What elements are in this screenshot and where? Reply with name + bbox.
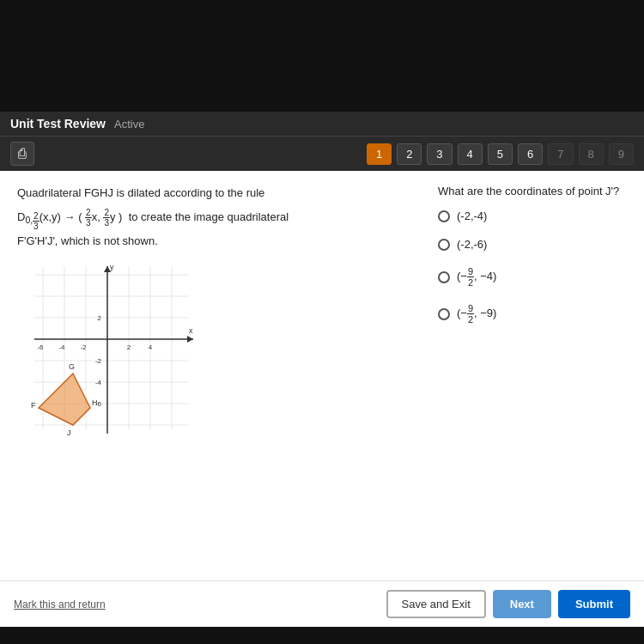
top-black-bar: [0, 0, 644, 112]
svg-text:-6: -6: [37, 343, 44, 351]
page-button-1[interactable]: 1: [367, 143, 392, 165]
content-area: Quadrilateral FGHJ is dilated according …: [0, 171, 644, 580]
svg-text:-2: -2: [80, 343, 87, 351]
status-badge: Active: [114, 118, 144, 131]
footer-bar: Mark this and return Save and Exit Next …: [0, 580, 644, 627]
radio-3[interactable]: [438, 271, 450, 283]
svg-text:F: F: [31, 401, 36, 410]
svg-text:x: x: [189, 326, 193, 335]
page-button-3[interactable]: 3: [427, 143, 452, 165]
answer-option-1[interactable]: (-2,-4): [438, 210, 627, 222]
svg-text:J: J: [67, 428, 71, 437]
svg-text:2: 2: [98, 314, 102, 322]
page-title: Unit Test Review: [10, 117, 106, 131]
answer-label-2: (-2,-6): [457, 238, 487, 251]
next-button[interactable]: Next: [493, 590, 551, 618]
math-rule: D0,23(x,y) → ( 23x, 23y ) to create the …: [17, 208, 412, 231]
question-left: Quadrilateral FGHJ is dilated according …: [17, 185, 412, 567]
answer-label-4: (−92, −9): [457, 303, 496, 325]
svg-text:y: y: [110, 263, 114, 271]
answer-option-3[interactable]: (−92, −4): [438, 266, 627, 288]
toolbar-bar: ⎙ 1 2 3 4 5 6 7 8 9: [0, 136, 644, 171]
save-exit-button[interactable]: Save and Exit: [386, 590, 486, 618]
page-button-9: 9: [609, 143, 634, 165]
svg-text:2: 2: [127, 343, 131, 351]
answer-label-1: (-2,-4): [457, 210, 487, 222]
answer-option-2[interactable]: (-2,-6): [438, 238, 627, 251]
page-button-6[interactable]: 6: [518, 143, 543, 165]
svg-text:G: G: [69, 362, 75, 371]
svg-text:4: 4: [149, 343, 153, 351]
radio-4[interactable]: [438, 308, 450, 320]
question-text-1: Quadrilateral FGHJ is dilated according …: [17, 185, 412, 203]
bottom-black-bar: [0, 627, 644, 644]
answer-option-4[interactable]: (−92, −9): [438, 303, 627, 325]
print-icon: ⎙: [18, 146, 27, 161]
header-bar: Unit Test Review Active: [0, 112, 644, 136]
svg-text:H: H: [92, 398, 98, 407]
answer-label-3: (−92, −4): [457, 266, 496, 288]
page-button-7: 7: [548, 143, 573, 165]
page-button-8: 8: [579, 143, 604, 165]
question-container: Quadrilateral FGHJ is dilated according …: [17, 185, 627, 567]
svg-text:-4: -4: [95, 379, 102, 386]
page-button-5[interactable]: 5: [488, 143, 513, 165]
graph-container: x y -6 -4 -2 2 4 2 -2 -4 -6: [17, 258, 197, 438]
page-button-4[interactable]: 4: [458, 143, 483, 165]
right-question-text: What are the coordinates of point J'?: [438, 185, 627, 197]
page-button-2[interactable]: 2: [397, 143, 422, 165]
svg-text:-2: -2: [95, 357, 102, 365]
footer-buttons: Save and Exit Next Submit: [386, 590, 630, 618]
coordinate-graph: x y -6 -4 -2 2 4 2 -2 -4 -6: [17, 258, 197, 438]
svg-marker-30: [39, 374, 90, 425]
mark-return-link[interactable]: Mark this and return: [14, 598, 106, 611]
question-text-3: F'G'H'J', which is not shown.: [17, 234, 412, 247]
radio-2[interactable]: [438, 239, 450, 251]
svg-text:-4: -4: [58, 343, 65, 351]
question-right: What are the coordinates of point J'? (-…: [438, 185, 627, 567]
print-button[interactable]: ⎙: [10, 142, 34, 166]
radio-1[interactable]: [438, 210, 450, 222]
svg-marker-17: [187, 336, 193, 343]
submit-button[interactable]: Submit: [558, 590, 630, 618]
